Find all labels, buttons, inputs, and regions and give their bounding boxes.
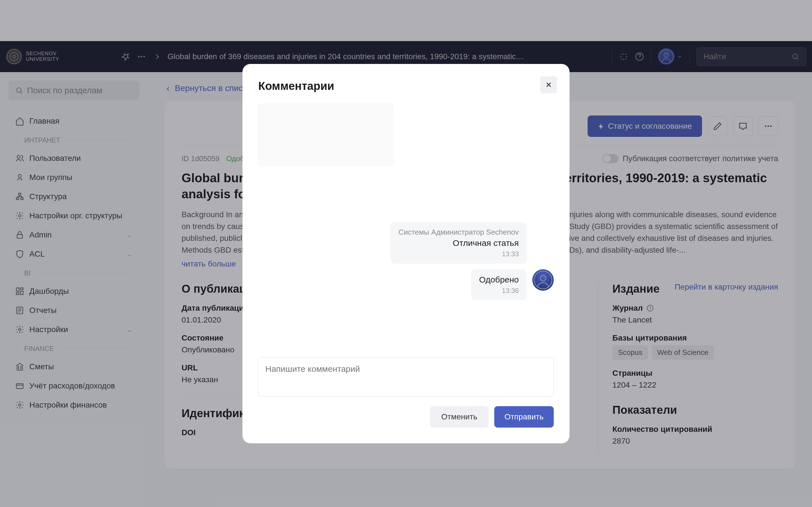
- comment-text: Отличная статья: [398, 238, 519, 248]
- modal-close-button[interactable]: [540, 76, 557, 93]
- close-icon: [545, 81, 553, 89]
- comment-bubble: Одобрено 13:36: [471, 269, 527, 300]
- svg-point-31: [541, 276, 546, 281]
- submit-button[interactable]: Отправить: [494, 406, 554, 428]
- comment-avatar: [532, 269, 554, 291]
- comment-bubble: Системы Администратор Sechenov Отличная …: [391, 222, 527, 264]
- comment-thread: Системы Администратор Sechenov Отличная …: [258, 174, 554, 349]
- comment-time: 13:36: [479, 287, 519, 295]
- comment-author: Системы Администратор Sechenov: [398, 228, 519, 237]
- comment-text: Одобрено: [479, 275, 519, 284]
- svg-point-30: [534, 271, 552, 289]
- attachment-preview: [258, 104, 394, 166]
- comment-time: 13:33: [398, 250, 519, 258]
- comment-input[interactable]: [258, 357, 554, 397]
- comments-modal: Комментарии Системы Администратор Sechen…: [243, 64, 569, 443]
- cancel-button[interactable]: Отменить: [430, 406, 489, 428]
- modal-title: Комментарии: [258, 80, 554, 93]
- modal-overlay[interactable]: Комментарии Системы Администратор Sechen…: [0, 0, 812, 507]
